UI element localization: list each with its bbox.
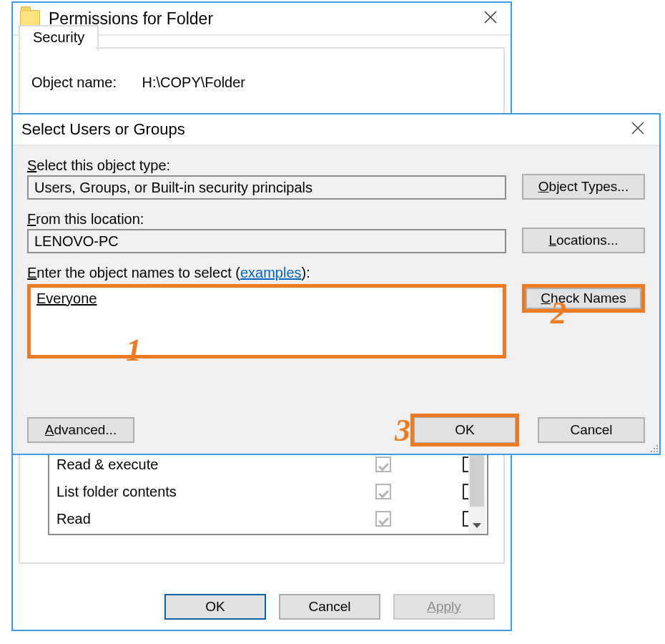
advanced-button[interactable]: Advanced... — [27, 417, 134, 443]
select-users-close-button[interactable] — [622, 114, 654, 145]
close-icon — [484, 9, 497, 28]
permissions-close-button[interactable] — [475, 3, 506, 34]
allow-checkbox[interactable] — [375, 511, 391, 527]
permissions-list: Read & execute List folder contents Read — [48, 449, 488, 535]
object-name-row: Object name: H:\COPY\Folder — [31, 74, 492, 91]
perm-label: Read — [56, 511, 375, 527]
location-value: LENOVO-PC — [27, 229, 506, 253]
perm-row: List folder contents — [56, 478, 487, 505]
perm-scrollbar[interactable] — [468, 449, 486, 534]
object-name-value: H:\COPY\Folder — [142, 74, 245, 90]
check-names-highlight: Check Names — [522, 284, 645, 313]
permissions-title: Permissions for Folder — [49, 9, 475, 29]
object-type-label: Select this object type: — [27, 157, 506, 174]
object-types-button[interactable]: Object Types... — [522, 174, 645, 200]
select-users-body: Select this object type: Users, Groups, … — [13, 146, 659, 454]
select-users-ok-button[interactable]: OK — [414, 417, 516, 443]
check-names-button[interactable]: Check Names — [526, 288, 641, 309]
apply-label: Apply — [427, 599, 461, 614]
object-names-input[interactable]: Everyone — [27, 284, 506, 358]
examples-link[interactable]: examples — [240, 265, 302, 280]
ok-highlight: OK — [410, 414, 519, 447]
perm-label: List folder contents — [56, 484, 375, 500]
object-type-row: Select this object type: Users, Groups, … — [27, 157, 645, 200]
object-names-value: Everyone — [36, 291, 97, 306]
allow-checkbox[interactable] — [375, 457, 391, 472]
perm-label: Read & execute — [56, 457, 375, 473]
object-type-value: Users, Groups, or Built-in security prin… — [27, 175, 506, 200]
tab-security[interactable]: Security — [19, 25, 99, 52]
tab-border — [96, 47, 505, 49]
select-users-window: Select Users or Groups Select this objec… — [11, 113, 661, 455]
location-row: From this location: LENOVO-PC Locations.… — [27, 211, 645, 253]
locations-button[interactable]: Locations... — [522, 228, 645, 253]
permissions-cancel-button[interactable]: Cancel — [279, 594, 380, 620]
select-users-titlebar: Select Users or Groups — [13, 114, 659, 146]
scrollbar-down-icon[interactable] — [468, 517, 486, 534]
select-users-cancel-button[interactable]: Cancel — [538, 417, 645, 443]
permissions-button-bar: OK Cancel Apply — [13, 594, 511, 620]
perm-row: Read — [56, 505, 487, 532]
scrollbar-thumb[interactable] — [470, 449, 484, 507]
enter-names-label: Enter the object names to select (exampl… — [27, 265, 645, 281]
close-icon — [631, 122, 644, 138]
object-names-area: Everyone Check Names — [27, 284, 645, 358]
object-name-label: Object name: — [31, 74, 117, 91]
permissions-ok-button[interactable]: OK — [164, 594, 266, 620]
select-users-title: Select Users or Groups — [21, 120, 622, 139]
resize-grip-icon[interactable] — [648, 442, 658, 452]
location-label: From this location: — [27, 211, 506, 228]
allow-checkbox[interactable] — [375, 484, 391, 499]
select-users-button-bar: Advanced... OK Cancel — [27, 414, 645, 447]
permissions-apply-button: Apply — [393, 594, 495, 620]
